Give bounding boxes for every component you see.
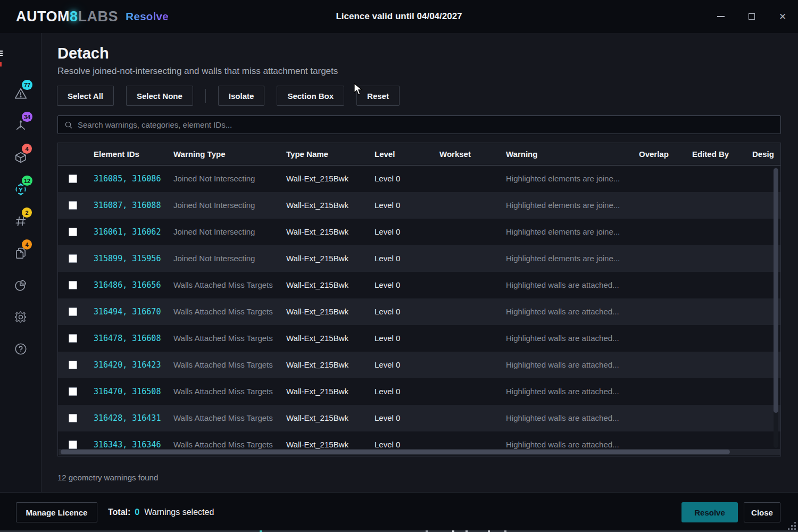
sidebar-item-detach[interactable]: 12 [0, 173, 41, 205]
table-row[interactable]: 316486, 316656Walls Attached Miss Target… [58, 272, 780, 298]
vertical-scrollbar-thumb[interactable] [774, 168, 778, 413]
page-subtitle: Resolve joined-not-intersecting and wall… [57, 66, 338, 77]
app-window: AUTOM8LABS Resolve Licence valid until 0… [0, 0, 798, 532]
minimize-button[interactable] [705, 0, 736, 33]
manage-licence-button[interactable]: Manage Licence [16, 502, 97, 522]
maximize-icon [749, 13, 755, 20]
sidebar-item-help[interactable] [0, 333, 41, 365]
column-header-workset[interactable]: Workset [439, 143, 471, 165]
type-name-cell: Wall-Ext_215Bwk [286, 165, 348, 192]
sidebar-item-warning-triangle[interactable]: 77 [0, 78, 41, 110]
resize-grip[interactable] [784, 518, 796, 530]
type-name-cell: Wall-Ext_215Bwk [286, 325, 348, 352]
resolve-button[interactable]: Resolve [681, 502, 738, 522]
element-ids-link[interactable]: 316428, 316431 [94, 405, 161, 431]
table-row[interactable]: 315899, 315956Joined Not IntersectingWal… [58, 245, 780, 272]
element-ids-link[interactable]: 316087, 316088 [94, 192, 161, 219]
close-dialog-button[interactable]: Close [744, 502, 780, 522]
table-row[interactable]: 316420, 316423Walls Attached Miss Target… [58, 352, 780, 378]
table-row[interactable]: 316343, 316346Walls Attached Miss Target… [58, 431, 780, 450]
horizontal-scrollbar-thumb[interactable] [61, 450, 730, 454]
row-checkbox[interactable] [69, 414, 77, 422]
element-ids-link[interactable]: 316478, 316608 [94, 325, 161, 352]
reset-button[interactable]: Reset [356, 86, 400, 106]
table-row[interactable]: 316478, 316608Walls Attached Miss Target… [58, 325, 780, 352]
warning-type-cell: Walls Attached Miss Targets [173, 298, 273, 325]
table-row[interactable]: 316470, 316508Walls Attached Miss Target… [58, 378, 780, 405]
column-header-warning[interactable]: Warning [506, 143, 537, 165]
maximize-button[interactable] [736, 0, 767, 33]
row-checkbox[interactable] [69, 440, 77, 449]
table-row[interactable]: 316061, 316062Joined Not IntersectingWal… [58, 219, 780, 245]
column-header-element-ids[interactable]: Element IDs [94, 143, 139, 165]
sidebar-item-hash[interactable]: 2 [0, 205, 41, 237]
row-checkbox[interactable] [69, 387, 77, 396]
element-ids-link[interactable]: 315899, 315956 [94, 245, 161, 272]
table-row[interactable]: 316428, 316431Walls Attached Miss Target… [58, 405, 780, 431]
sidebar-badge: 12 [22, 176, 32, 186]
type-name-cell: Wall-Ext_215Bwk [286, 219, 348, 245]
row-checkbox[interactable] [69, 307, 77, 316]
element-ids-link[interactable]: 316420, 316423 [94, 352, 161, 378]
vertical-scrollbar[interactable] [774, 167, 778, 448]
column-header-overlap[interactable]: Overlap [639, 143, 669, 165]
close-window-button[interactable]: ✕ [767, 0, 798, 33]
table-row[interactable]: 316494, 316670Walls Attached Miss Target… [58, 298, 780, 325]
warning-type-cell: Joined Not Intersecting [173, 165, 255, 192]
search-input[interactable] [78, 120, 780, 129]
select-none-button[interactable]: Select None [126, 86, 193, 106]
level-cell: Level 0 [375, 165, 400, 192]
element-ids-link[interactable]: 316085, 316086 [94, 165, 161, 192]
column-header-warning-type[interactable]: Warning Type [173, 143, 226, 165]
column-header-edited-by[interactable]: Edited By [692, 143, 729, 165]
isolate-button[interactable]: Isolate [218, 86, 265, 106]
row-checkbox[interactable] [69, 281, 77, 289]
warning-text-cell: Highlighted walls are attached... [506, 298, 619, 325]
sidebar-item-axes[interactable]: 34 [0, 110, 41, 142]
type-name-cell: Wall-Ext_215Bwk [286, 298, 348, 325]
warning-text-cell: Highlighted elements are joine... [506, 165, 620, 192]
table-row[interactable]: 316087, 316088Joined Not IntersectingWal… [58, 192, 780, 219]
level-cell: Level 0 [375, 405, 400, 431]
detach-icon: 12 [14, 182, 28, 196]
licence-status-text: Licence valid until 04/04/2027 [0, 0, 798, 33]
warnings-count-status: 12 geometry warnings found [57, 473, 158, 482]
page-title: Detach [57, 45, 109, 62]
element-ids-link[interactable]: 316470, 316508 [94, 378, 161, 405]
row-checkbox[interactable] [69, 174, 77, 183]
sidebar-item-pie-chart[interactable] [0, 269, 41, 301]
warning-text-cell: Highlighted walls are attached... [506, 431, 619, 450]
row-checkbox[interactable] [69, 201, 77, 210]
type-name-cell: Wall-Ext_215Bwk [286, 192, 348, 219]
element-ids-link[interactable]: 316061, 316062 [94, 219, 161, 245]
help-icon [14, 342, 28, 356]
column-header-type-name[interactable]: Type Name [286, 143, 328, 165]
horizontal-scrollbar[interactable] [59, 449, 780, 455]
level-cell: Level 0 [375, 245, 400, 272]
section-box-button[interactable]: Section Box [277, 86, 344, 106]
pages-icon: 4 [14, 246, 28, 260]
sidebar-item-pages[interactable]: 4 [0, 237, 41, 269]
total-suffix: Warnings selected [144, 508, 214, 517]
type-name-cell: Wall-Ext_215Bwk [286, 245, 348, 272]
edge-artifact-menu [0, 51, 3, 57]
row-checkbox[interactable] [69, 334, 77, 343]
column-header-desig[interactable]: Desig [752, 143, 774, 165]
element-ids-link[interactable]: 316494, 316670 [94, 298, 161, 325]
sidebar-item-settings-gear[interactable] [0, 301, 41, 333]
type-name-cell: Wall-Ext_215Bwk [286, 378, 348, 405]
search-icon [64, 121, 73, 129]
element-ids-link[interactable]: 316343, 316346 [94, 431, 161, 450]
element-ids-link[interactable]: 316486, 316656 [94, 272, 161, 298]
sidebar-item-cube[interactable]: 4 [0, 142, 41, 173]
settings-gear-icon [14, 310, 28, 324]
warning-type-cell: Walls Attached Miss Targets [173, 272, 273, 298]
select-all-button[interactable]: Select All [57, 86, 114, 106]
level-cell: Level 0 [375, 298, 400, 325]
row-checkbox[interactable] [69, 361, 77, 369]
column-header-level[interactable]: Level [375, 143, 395, 165]
titlebar: AUTOM8LABS Resolve Licence valid until 0… [0, 0, 798, 33]
table-row[interactable]: 316085, 316086Joined Not IntersectingWal… [58, 165, 780, 192]
row-checkbox[interactable] [69, 228, 77, 236]
row-checkbox[interactable] [69, 254, 77, 263]
